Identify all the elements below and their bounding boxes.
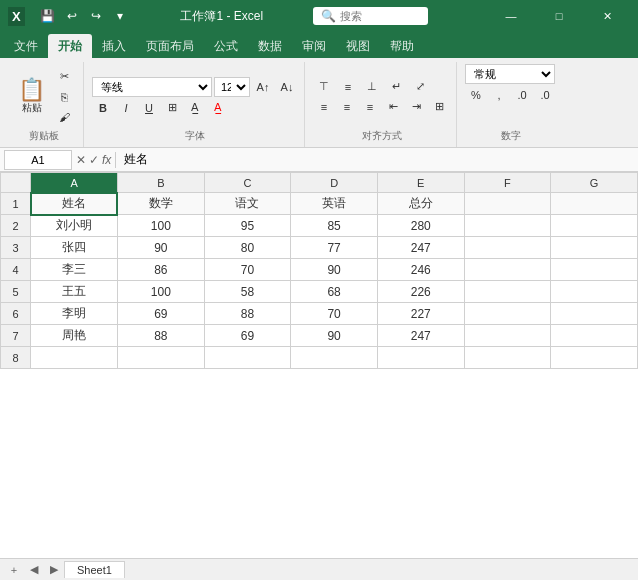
table-cell[interactable]: 90 xyxy=(117,237,204,259)
table-cell[interactable]: 总分 xyxy=(377,193,464,215)
align-top-button[interactable]: ⊤ xyxy=(313,78,335,96)
table-cell[interactable]: 100 xyxy=(117,281,204,303)
increase-indent-button[interactable]: ⇥ xyxy=(405,98,427,116)
tab-review[interactable]: 审阅 xyxy=(292,34,336,58)
col-header-E[interactable]: E xyxy=(377,173,464,193)
table-cell[interactable]: 85 xyxy=(291,215,378,237)
cell-reference[interactable] xyxy=(4,150,72,170)
undo-button[interactable]: ↩ xyxy=(61,5,83,27)
increase-font-button[interactable]: A↑ xyxy=(252,78,274,96)
table-cell[interactable] xyxy=(551,347,638,369)
table-cell[interactable]: 姓名 xyxy=(31,193,118,215)
table-cell[interactable]: 90 xyxy=(291,259,378,281)
table-cell[interactable]: 李三 xyxy=(31,259,118,281)
percent-button[interactable]: % xyxy=(465,86,487,104)
table-cell[interactable] xyxy=(551,259,638,281)
increase-decimal-button[interactable]: .0 xyxy=(511,86,533,104)
table-cell[interactable]: 88 xyxy=(204,303,291,325)
minimize-button[interactable]: — xyxy=(488,2,534,30)
table-cell[interactable]: 李明 xyxy=(31,303,118,325)
search-input[interactable] xyxy=(340,10,420,22)
col-header-C[interactable]: C xyxy=(204,173,291,193)
cancel-formula-icon[interactable]: ✕ xyxy=(76,153,86,167)
decrease-font-button[interactable]: A↓ xyxy=(276,78,298,96)
col-header-F[interactable]: F xyxy=(464,173,551,193)
customize-qa-button[interactable]: ▾ xyxy=(109,5,131,27)
row-header-7[interactable]: 7 xyxy=(1,325,31,347)
tab-view[interactable]: 视图 xyxy=(336,34,380,58)
col-header-B[interactable]: B xyxy=(117,173,204,193)
table-cell[interactable] xyxy=(117,347,204,369)
table-cell[interactable] xyxy=(551,325,638,347)
col-header-A[interactable]: A xyxy=(31,173,118,193)
copy-button[interactable]: ⎘ xyxy=(54,88,76,106)
prev-sheet-button[interactable]: ◀ xyxy=(24,561,44,579)
font-name-selector[interactable]: 等线 xyxy=(92,77,212,97)
confirm-formula-icon[interactable]: ✓ xyxy=(89,153,99,167)
table-cell[interactable] xyxy=(464,193,551,215)
table-cell[interactable]: 69 xyxy=(204,325,291,347)
table-cell[interactable] xyxy=(551,193,638,215)
add-sheet-button[interactable]: + xyxy=(4,561,24,579)
cut-button[interactable]: ✂ xyxy=(54,68,76,86)
table-cell[interactable] xyxy=(551,215,638,237)
formula-input[interactable] xyxy=(120,152,634,168)
table-cell[interactable] xyxy=(551,303,638,325)
table-cell[interactable] xyxy=(464,347,551,369)
wrap-text-button[interactable]: ↵ xyxy=(385,78,407,96)
table-cell[interactable]: 80 xyxy=(204,237,291,259)
table-cell[interactable]: 86 xyxy=(117,259,204,281)
table-cell[interactable]: 226 xyxy=(377,281,464,303)
tab-help[interactable]: 帮助 xyxy=(380,34,424,58)
decrease-indent-button[interactable]: ⇤ xyxy=(382,98,404,116)
col-header-G[interactable]: G xyxy=(551,173,638,193)
align-center-button[interactable]: ≡ xyxy=(336,98,358,116)
tab-home[interactable]: 开始 xyxy=(48,34,92,58)
table-cell[interactable]: 88 xyxy=(117,325,204,347)
table-cell[interactable] xyxy=(464,281,551,303)
table-cell[interactable]: 227 xyxy=(377,303,464,325)
table-cell[interactable]: 100 xyxy=(117,215,204,237)
row-header-1[interactable]: 1 xyxy=(1,193,31,215)
font-color-button[interactable]: A̲ xyxy=(207,99,229,117)
align-bottom-button[interactable]: ⊥ xyxy=(361,78,383,96)
comma-button[interactable]: , xyxy=(488,86,510,104)
table-cell[interactable]: 247 xyxy=(377,237,464,259)
align-left-button[interactable]: ≡ xyxy=(313,98,335,116)
row-header-8[interactable]: 8 xyxy=(1,347,31,369)
save-button[interactable]: 💾 xyxy=(37,5,59,27)
table-cell[interactable]: 69 xyxy=(117,303,204,325)
table-cell[interactable] xyxy=(551,237,638,259)
border-button[interactable]: ⊞ xyxy=(161,99,183,117)
bold-button[interactable]: B xyxy=(92,99,114,117)
table-cell[interactable]: 246 xyxy=(377,259,464,281)
table-cell[interactable]: 王五 xyxy=(31,281,118,303)
table-cell[interactable] xyxy=(551,281,638,303)
number-format-selector[interactable]: 常规 xyxy=(465,64,555,84)
tab-file[interactable]: 文件 xyxy=(4,34,48,58)
table-cell[interactable]: 68 xyxy=(291,281,378,303)
align-middle-button[interactable]: ≡ xyxy=(337,78,359,96)
table-cell[interactable]: 刘小明 xyxy=(31,215,118,237)
table-cell[interactable] xyxy=(291,347,378,369)
table-cell[interactable]: 77 xyxy=(291,237,378,259)
sheet-tab-1[interactable]: Sheet1 xyxy=(64,561,125,578)
table-cell[interactable]: 280 xyxy=(377,215,464,237)
row-header-3[interactable]: 3 xyxy=(1,237,31,259)
orientation-button[interactable]: ⤢ xyxy=(409,78,431,96)
table-cell[interactable]: 英语 xyxy=(291,193,378,215)
font-size-selector[interactable]: 12 xyxy=(214,77,250,97)
table-cell[interactable]: 95 xyxy=(204,215,291,237)
tab-page-layout[interactable]: 页面布局 xyxy=(136,34,204,58)
row-header-5[interactable]: 5 xyxy=(1,281,31,303)
table-cell[interactable] xyxy=(377,347,464,369)
table-cell[interactable]: 语文 xyxy=(204,193,291,215)
table-cell[interactable] xyxy=(31,347,118,369)
decrease-decimal-button[interactable]: .0 xyxy=(534,86,556,104)
tab-formulas[interactable]: 公式 xyxy=(204,34,248,58)
table-cell[interactable]: 张四 xyxy=(31,237,118,259)
format-painter-button[interactable]: 🖌 xyxy=(54,108,76,126)
fill-color-button[interactable]: A̲ xyxy=(184,99,206,117)
search-box[interactable]: 🔍 xyxy=(313,7,428,25)
table-cell[interactable]: 周艳 xyxy=(31,325,118,347)
